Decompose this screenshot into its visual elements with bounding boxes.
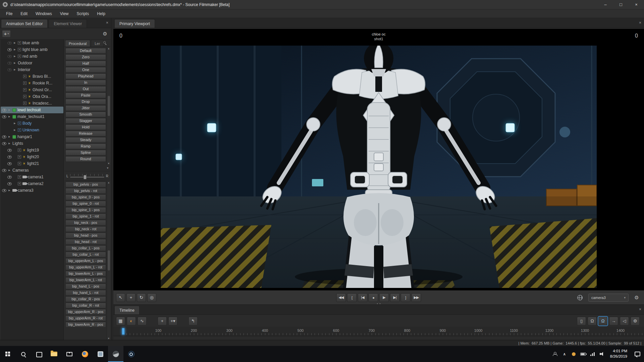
frame-back-button[interactable]: |◀ — [358, 293, 368, 302]
add-keyframe-button[interactable]: + — [158, 317, 167, 325]
plus-icon[interactable]: + — [18, 122, 21, 125]
visibility-eye-icon[interactable] — [2, 189, 6, 192]
clip-in-button[interactable]: [ — [347, 293, 357, 302]
title-bar[interactable]: d:\steam\steamapps\common\sourcefilmmake… — [0, 0, 644, 9]
tab-primary-viewport[interactable]: Primary Viewport — [114, 19, 155, 28]
minimize-button[interactable]: – — [598, 0, 613, 9]
close-button[interactable]: × — [629, 0, 644, 9]
expand-arrow-icon[interactable]: ▶ — [13, 42, 16, 44]
start-button[interactable] — [0, 346, 15, 362]
tree-item-male-techsuit1[interactable]: ▶male_techsuit1 — [1, 113, 63, 120]
add-animation-set-button[interactable]: + ▾ — [2, 30, 11, 38]
scroll-down-icon[interactable]: ▼ — [106, 167, 109, 170]
tree-item-light21[interactable]: +☀light21 — [1, 160, 63, 167]
graph-editor-icon[interactable]: ∿ — [138, 317, 147, 325]
preset-stagger-button[interactable]: Stagger — [65, 118, 106, 124]
plus-icon[interactable]: + — [18, 55, 21, 58]
visibility-eye-icon[interactable] — [7, 176, 12, 179]
plus-icon[interactable]: + — [18, 148, 21, 152]
plus-icon[interactable]: + — [23, 88, 26, 92]
tree-item-light19[interactable]: +☀light19 — [1, 147, 63, 154]
control-bip-head-pos[interactable]: bip_head - pos — [65, 233, 106, 238]
magnet-snap-active-icon[interactable]: Ω — [598, 317, 607, 325]
preset-release-button[interactable]: Release — [65, 131, 106, 136]
scrollbar-thumb[interactable] — [108, 250, 110, 270]
expand-arrow-icon[interactable]: ▶ — [8, 109, 11, 111]
tree-item-body[interactable]: ▶+Body — [1, 120, 63, 127]
control-bip-spine-1-rot[interactable]: bip_spine_1 - rot — [65, 214, 106, 219]
expand-arrow-icon[interactable]: ▶ — [13, 68, 16, 71]
preset-smooth-button[interactable]: Smooth — [65, 112, 106, 117]
menu-help[interactable]: Help — [93, 10, 109, 17]
scroll-up-icon[interactable]: ▲ — [108, 181, 110, 184]
visibility-eye-icon[interactable] — [7, 48, 12, 51]
slider-handle[interactable] — [84, 175, 87, 179]
frame-forward-button[interactable]: ▶| — [390, 293, 400, 302]
control-bip-collar-l-rot[interactable]: bip_collar_L - rot — [65, 252, 106, 257]
expand-arrow-icon[interactable]: ▶ — [8, 115, 11, 118]
control-bip-hand-l-pos[interactable]: bip_hand_L - pos — [65, 284, 106, 289]
control-bip-neck-rot[interactable]: bip_neck - rot — [65, 226, 106, 232]
preset-round-button[interactable]: Round — [65, 156, 106, 162]
visibility-eye-icon[interactable] — [2, 169, 6, 172]
viewport-render-area[interactable]: chloe oc shot1 0 0 — [113, 29, 644, 290]
control-bip-collar-l-pos[interactable]: bip_collar_L - pos — [65, 245, 106, 251]
move-tool[interactable]: + — [126, 293, 136, 302]
tree-item-camera1[interactable]: +camera1 — [1, 174, 63, 180]
clip-track-icon[interactable]: ▯ — [577, 317, 586, 325]
visibility-eye-icon[interactable] — [7, 62, 12, 65]
scroll-down-icon[interactable]: ▼ — [108, 162, 110, 165]
tab-procedural[interactable]: Procedural — [65, 40, 90, 47]
go-to-end-button[interactable]: ▶▶ — [412, 293, 421, 302]
expand-arrow-icon[interactable]: ▶ — [8, 135, 11, 138]
preset-steady-button[interactable]: Steady — [65, 137, 106, 143]
viewport-gear-icon[interactable]: ⚙ — [633, 294, 641, 301]
menu-scripts[interactable]: Scripts — [73, 10, 93, 17]
tab-animation-set-editor[interactable]: Animation Set Editor — [1, 19, 48, 28]
visibility-eye-icon[interactable] — [7, 156, 12, 159]
action-center-button[interactable] — [631, 346, 644, 362]
select-tool[interactable]: ↖ — [116, 293, 125, 302]
rotate-tool[interactable]: ↻ — [137, 293, 146, 302]
tree-item-incadesc[interactable]: +☀Incadesc... — [1, 100, 63, 107]
visibility-eye-icon[interactable] — [7, 162, 12, 165]
tree-item-bravo-bl[interactable]: +☀Bravo Bl... — [1, 73, 63, 80]
tree-item-lewd-techsuit[interactable]: ▶lewd techsuit — [1, 107, 63, 113]
magnet-snap-icon[interactable]: Ω — [588, 317, 597, 325]
expand-arrow-icon[interactable]: ▶ — [8, 169, 11, 172]
tree-item-hangar1[interactable]: ▶hangar1 — [1, 133, 63, 140]
control-bip-hand-l-rot[interactable]: bip_hand_L - rot — [65, 290, 106, 296]
orbit-tool[interactable]: ◎ — [147, 293, 156, 302]
preset-playhead-button[interactable]: Playhead — [65, 73, 106, 79]
plus-icon[interactable]: + — [23, 75, 26, 78]
timeline-settings-gear-icon[interactable]: ⚙ — [631, 317, 640, 325]
tree-item-blue-amb[interactable]: ▶+blue amb — [1, 40, 63, 46]
audio-icon[interactable]: ◁ — [620, 317, 629, 325]
maximize-button[interactable]: □ — [613, 0, 629, 9]
camera-selector[interactable]: camera3 ▾ — [588, 294, 629, 302]
tree-item-camera2[interactable]: +camera2 — [1, 180, 63, 187]
control-bip-pelvis-pos[interactable]: bip_pelvis - pos — [65, 182, 106, 187]
plus-icon[interactable]: + — [18, 182, 21, 185]
tree-item-red-amb[interactable]: ▶+red amb — [1, 53, 63, 60]
taskbar-clock[interactable]: 4:01 PM 8/26/2019 — [607, 346, 631, 362]
record-button[interactable]: ● — [369, 293, 378, 302]
expand-arrow-icon[interactable]: ▶ — [13, 48, 16, 51]
tab-ler[interactable]: Ler — [91, 40, 104, 47]
control-bip-spine-0-rot[interactable]: bip_spine_0 - rot — [65, 201, 106, 206]
volume-icon[interactable] — [597, 346, 607, 362]
preset-one-button[interactable]: One — [65, 67, 106, 73]
tree-item-lights[interactable]: ▶Lights — [1, 140, 63, 147]
timeline-playhead[interactable] — [122, 328, 125, 335]
control-bip-collar-r-pos[interactable]: bip_collar_R - pos — [65, 296, 106, 302]
tab-timeline[interactable]: Timeline — [114, 306, 140, 314]
tree-item-rookie-r[interactable]: +☀Rookie R... — [1, 80, 63, 86]
follow-playhead-icon[interactable]: → — [609, 317, 618, 325]
search-icon[interactable] — [103, 41, 106, 44]
preset-scrollbar[interactable]: ▲ ▼ — [107, 47, 110, 165]
control-bip-upperarm-l-rot[interactable]: bip_upperArm_L - rot — [65, 264, 106, 270]
photos-icon[interactable] — [93, 346, 108, 362]
plus-icon[interactable]: + — [18, 162, 21, 165]
play-button[interactable]: ▶ — [379, 293, 389, 302]
control-bip-lowerarm-l-pos[interactable]: bip_lowerArm_L - pos — [65, 271, 106, 277]
